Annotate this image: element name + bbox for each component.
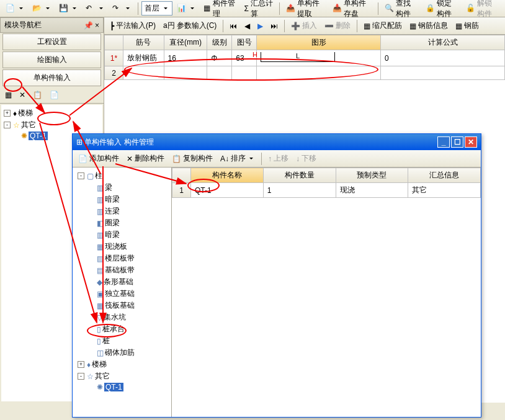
copy-component-button[interactable]: 📋复制构件 [169,151,216,166]
dialog-tree-node[interactable]: ▥ 梁 [75,182,169,194]
first-icon[interactable]: ⏮ [226,20,240,32]
dialog-tree-node[interactable]: ▤ 基础板带 [75,264,169,276]
node-label: 暗梁 [105,230,120,240]
last-icon[interactable]: ⏭ [267,20,281,32]
redo-icon[interactable]: ↷ [109,2,135,16]
dialog-toolbar: 📄添加构件 ✕删除构件 📋复制构件 A↓排序 ↑上移 ↓下移 [73,150,481,168]
dialog-tree-node[interactable]: ◫ 砌体加筋 [75,347,169,359]
node-icon: ▤ [97,266,104,275]
rebar-info-button[interactable]: ▦钢筋信息 [406,19,451,33]
rebar-button[interactable]: ▦钢筋 [452,19,482,33]
cell-comp-sum[interactable]: 其它 [408,183,481,198]
dialog-tree-node[interactable]: ◆ 条形基础 [75,276,169,288]
dialog-tree-node[interactable]: -☆ 其它 [75,370,169,382]
expand-icon[interactable]: + [4,110,11,117]
dialog-grid: 构件名称 构件数量 预制类型 汇总信息 1 QT-1 1 现浇 其它 [172,168,481,198]
delete-button[interactable]: ➖删除 [321,19,354,33]
col-comp-sum[interactable]: 汇总信息 [408,168,481,183]
minimize-button[interactable]: _ [437,136,450,148]
node-label: 其它 [95,371,110,382]
dialog-tree-node[interactable]: -▢ 柱 [75,170,169,182]
save-icon[interactable]: 💾 [56,2,81,16]
node-icon: ▥ [97,207,104,216]
col-grade[interactable]: 级别 [207,35,232,50]
file-open-icon[interactable]: 📂 [29,2,55,16]
col-barnum[interactable]: 筋号 [123,35,164,50]
tree-copy-icon[interactable]: 📋 [30,89,45,101]
node-label: QT-1 [104,383,123,391]
tab-single-component-input[interactable]: 单构件输入 [2,69,101,86]
star-icon: ☆ [13,121,20,130]
node-label: 柱 [95,171,102,181]
row1-barnum[interactable]: 放射钢筋 [123,50,164,66]
expand-icon[interactable]: - [78,172,84,179]
next-icon[interactable]: ▶ [254,20,266,32]
node-label: 集水坑 [104,312,126,323]
tree-node-other[interactable]: - ☆ 其它 [4,119,100,131]
dialog-grid-area: 构件名称 构件数量 预制类型 汇总信息 1 QT-1 1 现浇 其它 [172,168,481,417]
row1-formula[interactable]: 0 [381,50,505,66]
col-dia[interactable]: 直径(mm) [164,35,207,50]
add-component-button[interactable]: 📄添加构件 [75,151,122,166]
col-formula[interactable]: 计算公式 [381,35,505,50]
param-input-button[interactable]: a円参数输入(C) [160,19,220,33]
dialog-tree-node[interactable]: ▽ 集水坑 [75,311,169,323]
grid-row-2[interactable]: 2 [105,66,505,80]
cell-comp-qty[interactable]: 1 [263,183,336,198]
dialog-tree-node[interactable]: +♦ 楼梯 [75,359,169,370]
floor-select[interactable]: 首层 [141,1,172,16]
maximize-button[interactable]: ☐ [451,136,463,148]
dialog-tree-node[interactable]: ▯ 桩 [75,335,169,347]
node-label: 筏板基础 [105,300,135,311]
delete-component-button[interactable]: ✕删除构件 [123,151,168,166]
floor-nav-icon[interactable]: 📊 [174,2,199,16]
dialog-tree-node[interactable]: ✺ QT-1 [75,382,169,392]
file-new-icon[interactable]: 📄 [2,2,28,16]
row1-grade[interactable]: Φ [207,50,232,66]
dialog-tree-node[interactable]: ▣ 独立基础 [75,288,169,300]
col-shape[interactable]: 图形 [257,35,381,50]
move-down-button[interactable]: ↓下移 [293,151,320,166]
dialog-tree-node[interactable]: ▥ 连梁 [75,205,169,217]
panel-title: 模块导航栏 📌 × [0,17,104,33]
close-button[interactable]: ✕ [465,136,477,148]
main-toolbar-2: ┣平法输入(P) a円参数输入(C) ⏮ ◀ ▶ ⏭ ➕插入 ➖删除 ▦缩尺配筋… [104,17,505,35]
dialog-tree-node[interactable]: ▤ 楼层板带 [75,252,169,264]
dialog-grid-row-1[interactable]: 1 QT-1 1 现浇 其它 [172,183,481,198]
dialog-tree-node[interactable]: ▥ 暗梁 [75,194,169,205]
dialog-tree-node[interactable]: ◧ 圈梁 [75,217,169,229]
row1-shape[interactable]: L [257,50,381,66]
col-figno[interactable]: 图号 [232,35,257,50]
flat-input-button[interactable]: ┣平法输入(P) [107,19,159,33]
dialog-tree-node[interactable]: ▯ 桩承台 [75,323,169,335]
panel-pin-icon[interactable]: 📌 × [84,21,99,30]
undo-icon[interactable]: ↶ [83,2,108,16]
tree-delete-icon[interactable]: ✕ [16,89,29,101]
row1-dia[interactable]: 16 [164,50,207,66]
tree-new-icon[interactable]: ▦ [2,89,15,101]
cell-comp-name[interactable]: QT-1 [191,183,264,198]
col-comp-name[interactable]: 构件名称 [191,168,264,183]
insert-button[interactable]: ➕插入 [288,19,320,33]
scale-rebar-button[interactable]: ▦缩尺配筋 [360,19,405,33]
grid-row-1[interactable]: 1* 放射钢筋 16 Φ 63 L 0 [105,50,505,66]
tree-node-stairs[interactable]: + ♦ 楼梯 [4,107,100,119]
prev-icon[interactable]: ◀ [241,20,253,32]
sort-button[interactable]: A↓排序 [217,151,258,166]
dialog-tree-node[interactable]: ▥ 暗梁 [75,229,169,241]
expand-icon[interactable]: - [78,373,84,380]
col-comp-type[interactable]: 预制类型 [336,168,408,183]
dialog-tree-node[interactable]: ▦ 现浇板 [75,241,169,252]
node-label: 现浇板 [105,241,127,252]
tab-draw-input[interactable]: 绘图输入 [2,51,101,68]
cell-comp-type[interactable]: 现浇 [336,183,408,198]
col-rownum[interactable] [105,35,123,50]
col-comp-qty[interactable]: 构件数量 [263,168,336,183]
tree-paste-icon[interactable]: 📄 [47,89,62,101]
dialog-tree-node[interactable]: ▦ 筏板基础 [75,300,169,311]
expand-icon[interactable]: + [78,361,84,368]
dialog-titlebar[interactable]: ⊞ 单构件输入 构件管理 _ ☐ ✕ [73,134,481,150]
move-up-button[interactable]: ↑上移 [265,151,292,166]
collapse-icon[interactable]: - [4,122,11,128]
tab-project-settings[interactable]: 工程设置 [2,34,101,50]
